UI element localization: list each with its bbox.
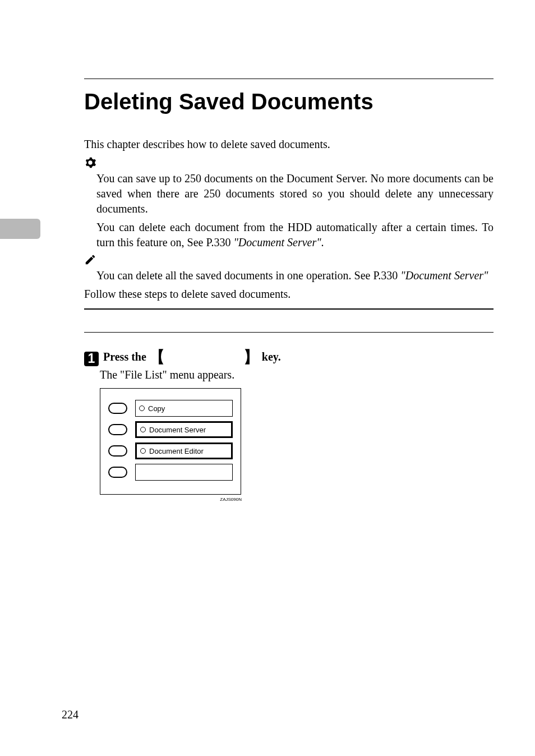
panel-label-doceditor-text: Document Editor (149, 447, 204, 455)
step-text-b: key. (259, 351, 281, 363)
panel-button-1 (108, 403, 127, 414)
panel-button-2 (108, 424, 127, 435)
indicator-circle-icon (139, 405, 145, 411)
thick-rule (84, 308, 494, 310)
figure-caption: ZAJS090N (220, 497, 242, 502)
page-title: Deleting Saved Documents (84, 89, 494, 114)
page-content: Deleting Saved Documents This chapter de… (84, 79, 494, 495)
important-heading (84, 156, 494, 169)
bracket-close: 】 (243, 348, 259, 366)
top-rule (84, 79, 494, 79)
note-para-b: P.330 (373, 269, 400, 282)
panel-label-copy: Copy (135, 400, 233, 417)
step-badge: 1 (84, 352, 99, 366)
follow-text: Follow these steps to delete saved docum… (84, 287, 494, 302)
note-para-c: "Document Server" (400, 269, 488, 282)
panel-figure: Copy Document Server Document Editor ZAJ… (100, 388, 241, 495)
important-para-2b: P.330 (206, 236, 234, 248)
important-para-1: You can save up to 250 documents on the … (96, 171, 494, 216)
panel-button-3 (108, 445, 127, 457)
panel-label-docserver-text: Document Server (149, 426, 206, 434)
important-para-2c: "Document Server" (233, 236, 321, 248)
step-text-a: Press the (103, 351, 149, 363)
note-heading (84, 253, 494, 266)
thin-rule (84, 332, 494, 333)
svg-point-0 (89, 161, 92, 164)
step-1: 1 Press the 【】 key. (84, 345, 494, 366)
important-para-2: You can delete each document from the HD… (96, 220, 494, 250)
side-tab (0, 219, 40, 239)
note-para: You can delete all the saved documents i… (96, 268, 494, 283)
panel-label-blank (135, 464, 233, 481)
panel-label-docserver: Document Server (135, 421, 233, 438)
important-para-2d: . (321, 236, 324, 248)
page-number: 224 (62, 708, 79, 721)
step-text: Press the 【】 key. (103, 345, 281, 366)
panel-label-doceditor: Document Editor (135, 442, 233, 459)
step-subtext: The "File List" menu appears. (100, 368, 494, 381)
bracket-open: 【 (149, 348, 165, 366)
gear-icon (84, 156, 96, 169)
panel-label-copy-text: Copy (148, 404, 165, 413)
panel-button-4 (108, 467, 127, 478)
indicator-circle-icon (140, 448, 146, 454)
panel-row-doceditor: Document Editor (108, 442, 233, 459)
intro-text: This chapter describes how to delete sav… (84, 137, 494, 152)
indicator-circle-icon (140, 427, 146, 432)
pencil-icon (84, 253, 96, 266)
panel-row-blank (108, 464, 233, 481)
note-para-a: You can delete all the saved documents i… (96, 269, 373, 282)
panel-row-copy: Copy (108, 400, 233, 417)
panel-row-docserver: Document Server (108, 421, 233, 438)
